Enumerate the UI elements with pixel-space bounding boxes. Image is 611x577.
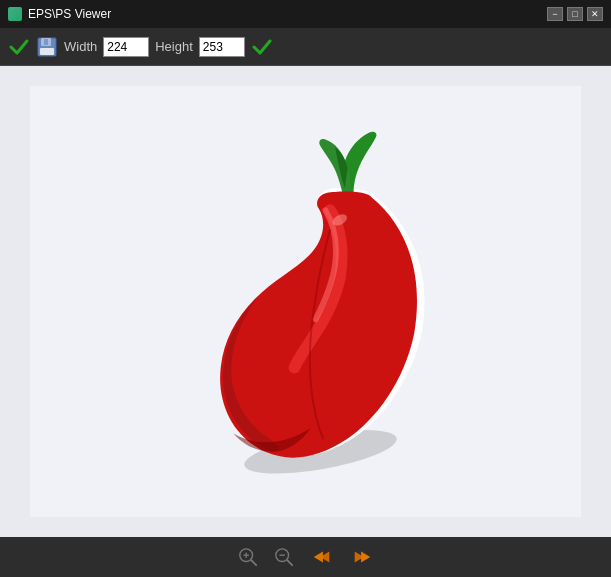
svg-rect-2 <box>40 48 54 55</box>
title-bar-controls[interactable]: − □ ✕ <box>547 7 603 21</box>
svg-line-7 <box>251 560 256 565</box>
arrow-left-button[interactable] <box>310 545 334 569</box>
canvas-area <box>30 86 581 517</box>
save-button[interactable] <box>36 36 58 58</box>
check-icon-2[interactable] <box>251 36 273 58</box>
maximize-button[interactable]: □ <box>567 7 583 21</box>
width-label: Width <box>64 39 97 54</box>
width-input[interactable] <box>103 37 149 57</box>
close-button[interactable]: ✕ <box>587 7 603 21</box>
check-icon-1[interactable] <box>8 36 30 58</box>
main-area <box>0 66 611 537</box>
svg-marker-14 <box>313 552 322 563</box>
svg-marker-16 <box>361 552 370 563</box>
minimize-button[interactable]: − <box>547 7 563 21</box>
title-bar: EPS\PS Viewer − □ ✕ <box>0 0 611 28</box>
svg-rect-3 <box>44 39 48 45</box>
chili-image <box>146 107 466 497</box>
zoom-out-button[interactable] <box>274 547 294 567</box>
svg-line-11 <box>287 560 292 565</box>
height-label: Height <box>155 39 193 54</box>
title-bar-left: EPS\PS Viewer <box>8 7 111 21</box>
height-input[interactable] <box>199 37 245 57</box>
app-icon <box>8 7 22 21</box>
zoom-in-button[interactable] <box>238 547 258 567</box>
app-title: EPS\PS Viewer <box>28 7 111 21</box>
toolbar: Width Height <box>0 28 611 66</box>
arrow-right-button[interactable] <box>350 545 374 569</box>
bottom-bar <box>0 537 611 577</box>
